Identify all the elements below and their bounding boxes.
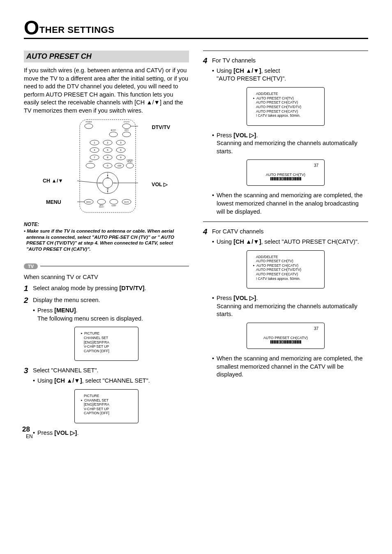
note-box: NOTE: • Make sure if the TV is connected…	[24, 222, 189, 252]
osd-line: CAPTION [OFF]	[81, 411, 134, 416]
svg-text:SLEEP: SLEEP	[111, 205, 116, 207]
step-1: 1 Select analog mode by pressing [DTV/TV…	[24, 284, 189, 293]
scan-intro: When scanning TV or CATV	[24, 273, 189, 282]
bullet-icon: •	[212, 192, 214, 216]
page: OTHER SETTINGS AUTO PRESET CH If you swi…	[0, 0, 392, 450]
osd-line: [ENG]/ESP/FRA	[81, 402, 134, 407]
step-4-catv: 4 For CATV channels	[203, 228, 368, 236]
step-3-bullet: Using [CH ▲/▼], select "CHANNEL SET".	[37, 377, 150, 385]
chapter-divider	[24, 38, 368, 39]
osd-scan-label: AUTO PRESET CH(TV)	[251, 173, 320, 177]
tv-badge-row: TV	[24, 263, 189, 269]
label-menu: MENU	[46, 199, 61, 205]
bullet-icon: •	[33, 377, 35, 385]
osd-line: AUTO PRESET CH(TV/DTV)	[253, 268, 320, 272]
page-number: 28 EN	[22, 425, 30, 440]
step-2-num: 2	[24, 296, 30, 305]
osd-line: ADD/DELETE	[253, 255, 320, 259]
svg-point-3	[122, 124, 131, 129]
step-2: 2 Display the menu screen.	[24, 296, 189, 305]
step-4tv-bullet: Using [CH ▲/▼], select"AUTO PRESET CH(TV…	[217, 67, 286, 83]
step-3-num: 3	[24, 367, 30, 375]
bullet-icon: •	[212, 238, 214, 246]
svg-point-27	[86, 163, 95, 168]
catv-done: When the scanning and memorizing are com…	[217, 355, 368, 379]
svg-line-58	[77, 180, 97, 183]
step-4catv-text: For CATV channels	[212, 228, 263, 236]
step-4-tv: 4 For TV channels	[203, 57, 368, 65]
osd-menu-1: PICTURE CHANNEL SET [ENG]/ESP/FRA V-CHIP…	[74, 327, 138, 361]
bullet-icon: •	[33, 307, 35, 323]
right-column: 4 For TV channels • Using [CH ▲/▼], sele…	[203, 51, 368, 437]
osd-line: AUTO PRESET CH(CATV)	[253, 100, 320, 105]
step-1-text: Select analog mode by pressing [DTV/TV].	[33, 284, 146, 293]
step-4tv-text: For TV channels	[212, 57, 256, 65]
label-dtv-tv: DTV/TV	[152, 125, 170, 130]
svg-point-1	[85, 124, 93, 129]
svg-point-33	[126, 163, 134, 168]
bullet-icon: •	[212, 294, 214, 319]
chapter-title: OTHER SETTINGS	[24, 21, 368, 35]
osd-line: V-CHIP SET UP	[81, 344, 134, 349]
catv-press: Press [VOL ▷].Scanning and memorizing th…	[217, 294, 368, 319]
note-heading: NOTE:	[24, 222, 189, 227]
page-lang: EN	[26, 434, 33, 439]
svg-text:–/ENT: –/ENT	[88, 160, 93, 162]
osd-channel-tv: ADD/DELETE AUTO PRESET CH(TV) AUTO PRESE…	[247, 87, 325, 126]
osd-line: CHANNEL SET	[81, 398, 134, 403]
label-vol: VOL ▷	[152, 181, 168, 187]
progress-bar	[251, 177, 320, 180]
bullet-icon: •	[212, 67, 214, 83]
osd-line: V-CHIP SET UP	[81, 407, 134, 411]
section-title: AUTO PRESET CH	[24, 51, 189, 62]
step-3-press: Press [VOL ▷].	[37, 429, 78, 437]
osd-line: ADD/DELETE	[253, 92, 320, 96]
svg-point-7	[122, 132, 131, 137]
svg-text:▲: ▲	[107, 174, 109, 176]
page-number-n: 28	[22, 425, 30, 433]
tv-done: When the scanning and memorizing are com…	[217, 192, 368, 216]
osd-line: PICTURE	[81, 394, 134, 398]
step-2-press: Press [MENU].The following menu screen i…	[37, 307, 143, 323]
tv-press: Press [VOL ▷].Scanning and memorizing th…	[217, 132, 368, 156]
intro-text: If you switch wires (e.g. between antenn…	[24, 67, 189, 115]
osd-line: ! CATV takes approx. 50min.	[253, 277, 320, 281]
bullet-icon: •	[212, 132, 214, 156]
osd-line: [ENG]/ESP/FRA	[81, 340, 134, 345]
step-4catv-num: 4	[203, 228, 209, 236]
remote-illustration: DTV/TV CH ▲/▼ VOL ▷ MENU POWER DTV/TV AU…	[43, 119, 170, 217]
svg-text:DTV/TV: DTV/TV	[124, 121, 130, 123]
osd-scan-label: AUTO PRESET CH(CATV)	[251, 336, 320, 340]
left-column: AUTO PRESET CH If you switch wires (e.g.…	[24, 51, 189, 437]
step-4tv-num: 4	[203, 57, 209, 65]
osd-line: PICTURE	[81, 331, 134, 336]
osd-scan-tv: 37 AUTO PRESET CH(TV)	[247, 159, 325, 186]
osd-line: AUTO PRESET CH(TV)	[253, 96, 320, 101]
svg-point-50	[97, 199, 106, 204]
osd-line: AUTO PRESET CH(CATV)	[253, 109, 320, 114]
osd-scan-catv: 37 AUTO PRESET CH(CATV)	[247, 323, 325, 349]
divider	[203, 51, 368, 51]
svg-point-5	[109, 132, 118, 137]
svg-text:VOL▷: VOL▷	[113, 182, 118, 184]
osd-line: CAPTION [OFF]	[81, 349, 134, 353]
svg-text:▼: ▼	[107, 190, 109, 192]
svg-point-53	[110, 199, 118, 204]
step-1-num: 1	[24, 284, 30, 293]
svg-point-37	[103, 178, 113, 188]
osd-line: ! CATV takes approx. 50min.	[253, 113, 320, 118]
remote-svg: POWER DTV/TV AUDIO INFO 1 2 3 4 5	[77, 119, 138, 213]
osd-line: AUTO PRESET CH(TV/DTV)	[253, 105, 320, 109]
tv-badge-line	[40, 266, 189, 266]
svg-text:+100: +100	[117, 165, 122, 167]
label-ch: CH ▲/▼	[43, 178, 63, 184]
note-body: • Make sure if the TV is connected to an…	[24, 228, 189, 252]
step-3: 3 Select "CHANNEL SET".	[24, 367, 189, 375]
svg-text:▽VOL: ▽VOL	[98, 182, 102, 184]
osd-line: AUTO PRESET CH(CATV)	[253, 263, 320, 268]
svg-text:MENU: MENU	[86, 201, 91, 203]
chapter-bigletter: O	[24, 22, 39, 34]
svg-text:SELECT: SELECT	[99, 206, 104, 208]
chapter-rest: THER SETTINGS	[39, 25, 115, 35]
bullet-icon: •	[212, 355, 214, 379]
